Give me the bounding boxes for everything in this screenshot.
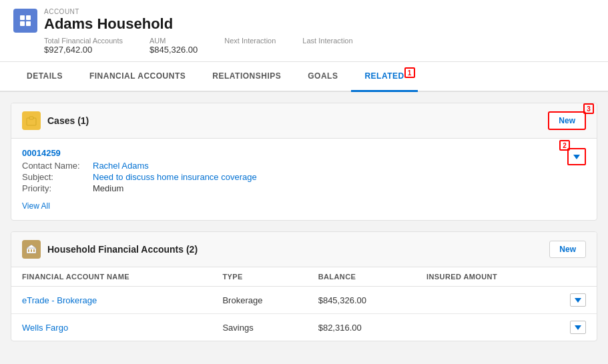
case-dropdown-button[interactable]: 2 [567,148,586,165]
tab-financial-accounts[interactable]: FINANCIAL ACCOUNTS [76,62,199,92]
svg-rect-3 [26,21,31,26]
svg-marker-7 [27,245,36,248]
cases-title: Cases (1) [47,115,89,126]
fa-row-dropdown-button[interactable] [570,293,586,307]
fa-icon [22,240,41,259]
tab-goals[interactable]: GOALS [294,62,351,92]
meta-total-fa-label: Total Financial Accounts [44,37,123,45]
financial-accounts-section: Household Financial Accounts (2) New FIN… [11,231,597,341]
tab-relationships[interactable]: RELATIONSHIPS [199,62,294,92]
fa-new-button[interactable]: New [549,241,586,258]
cases-icon [22,111,41,130]
table-row: Wells Fargo Savings $82,316.00 [11,314,597,341]
case-subject-field: Subject: Need to discuss home insurance … [22,172,562,182]
case-dropdown-annotation: 2 [559,140,570,151]
case-subject-label: Subject: [22,172,89,182]
fa-name-link[interactable]: Wells Fargo [22,323,68,333]
fa-table: FINANCIAL ACCOUNT NAME TYPE BALANCE INSU… [11,267,597,341]
account-name: Adams Household [44,15,173,33]
fa-name-link[interactable]: eTrade - Brokerage [22,295,97,305]
fa-title: Household Financial Accounts (2) [47,244,198,255]
meta-last-interaction: Last Interaction [302,37,352,55]
fa-table-container: FINANCIAL ACCOUNT NAME TYPE BALANCE INSU… [11,267,597,341]
svg-rect-9 [31,249,32,252]
case-priority-label: Priority: [22,183,89,193]
cases-section: Cases (1) New 3 00014259 Contact Name: R… [11,103,597,221]
tab-related[interactable]: RELATED 1 [351,62,417,92]
cases-body: 00014259 Contact Name: Rachel Adams Subj… [11,139,597,220]
svg-rect-8 [28,249,29,252]
fa-type-cell: Brokerage [212,287,307,314]
fa-action-cell [559,314,597,341]
col-header-name: FINANCIAL ACCOUNT NAME [11,267,212,287]
fa-insured-cell [416,314,559,341]
cases-new-button[interactable]: New 3 [548,111,586,130]
dropdown-chevron-icon [573,155,580,159]
fa-table-header-row: FINANCIAL ACCOUNT NAME TYPE BALANCE INSU… [11,267,597,287]
meta-aum-value: $845,326.00 [149,45,198,55]
cases-title-area: Cases (1) [22,111,89,130]
col-header-insured: INSURED AMOUNT [416,267,559,287]
svg-rect-5 [29,117,33,119]
tab-details[interactable]: DETAILS [13,62,76,92]
meta-aum: AUM $845,326.00 [149,37,198,55]
account-icon [13,9,37,33]
svg-rect-2 [20,21,25,26]
col-header-type: TYPE [212,267,307,287]
meta-aum-label: AUM [149,37,198,45]
meta-last-label: Last Interaction [302,37,352,45]
cases-new-annotation: 3 [583,103,594,114]
fa-dropdown-chevron-icon [575,325,581,330]
account-header: ACCOUNT Adams Household Total Financial … [0,0,608,62]
fa-dropdown-chevron-icon [575,298,581,303]
fa-type-cell: Savings [212,314,307,341]
account-meta: Total Financial Accounts $927,642.00 AUM… [13,37,595,55]
fa-table-head: FINANCIAL ACCOUNT NAME TYPE BALANCE INSU… [11,267,597,287]
tabs-bar: DETAILS FINANCIAL ACCOUNTS RELATIONSHIPS… [0,62,608,92]
svg-rect-10 [33,249,35,252]
case-id-link[interactable]: 00014259 [22,148,562,158]
case-contact-value[interactable]: Rachel Adams [93,161,149,171]
cases-section-header: Cases (1) New 3 [11,103,597,139]
col-header-balance: BALANCE [308,267,416,287]
fa-section-header: Household Financial Accounts (2) New [11,232,597,267]
fa-balance-cell: $845,326.00 [308,287,416,314]
col-header-actions [559,267,597,287]
case-priority-value: Medium [93,183,123,193]
svg-rect-1 [26,15,31,20]
case-contact-field: Contact Name: Rachel Adams [22,161,562,171]
fa-balance-cell: $82,316.00 [308,314,416,341]
case-details: 00014259 Contact Name: Rachel Adams Subj… [22,148,562,195]
tab-annotation-1: 1 [404,67,415,78]
fa-row-dropdown-button[interactable] [570,321,586,334]
svg-rect-0 [20,15,25,20]
fa-table-body: eTrade - Brokerage Brokerage $845,326.00… [11,287,597,341]
tab-related-label: RELATED [364,71,404,81]
meta-next-interaction: Next Interaction [224,37,276,55]
case-priority-field: Priority: Medium [22,183,562,193]
content-area: Cases (1) New 3 00014259 Contact Name: R… [0,92,608,352]
fa-action-cell [559,287,597,314]
case-contact-label: Contact Name: [22,161,89,171]
fa-name-cell: eTrade - Brokerage [11,287,212,314]
account-label: ACCOUNT [44,8,173,15]
meta-total-financial-accounts: Total Financial Accounts $927,642.00 [44,37,123,55]
fa-insured-cell [416,287,559,314]
view-all-link[interactable]: View All [22,201,586,211]
table-row: eTrade - Brokerage Brokerage $845,326.00 [11,287,597,314]
fa-name-cell: Wells Fargo [11,314,212,341]
meta-next-label: Next Interaction [224,37,276,45]
fa-title-area: Household Financial Accounts (2) [22,240,198,259]
case-subject-value[interactable]: Need to discuss home insurance coverage [93,172,257,182]
case-row: 00014259 Contact Name: Rachel Adams Subj… [22,148,586,195]
meta-total-fa-value: $927,642.00 [44,45,123,55]
